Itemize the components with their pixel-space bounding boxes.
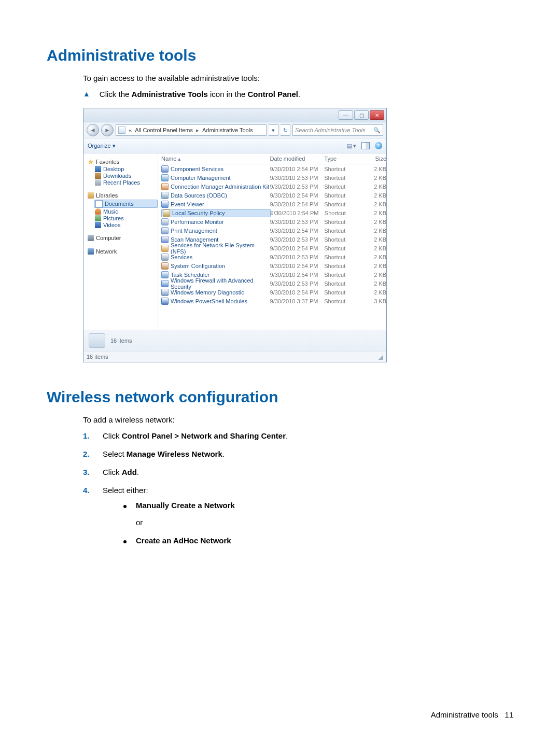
breadcrumb-item[interactable]: All Control Panel Items [135, 127, 193, 133]
file-name[interactable]: Services for Network File System (NFS) [161, 242, 270, 255]
list-item[interactable]: Local Security Policy9/30/2010 2:54 PMSh… [158, 208, 386, 217]
address-dropdown[interactable]: ▾ [269, 124, 278, 136]
pictures-icon [95, 215, 101, 221]
nav-network[interactable]: Network [88, 248, 158, 255]
chevron-right-icon: ▸ [196, 127, 199, 134]
col-name[interactable]: Name ▴ [161, 156, 270, 162]
address-bar: ◄ ► « All Control Panel Items ▸ Administ… [83, 122, 386, 138]
documents-icon [95, 200, 103, 207]
explorer-window: — ▢ ✕ ◄ ► « All Control Panel Items ▸ Ad… [83, 108, 387, 362]
list-item[interactable]: Computer Management9/30/2010 2:53 PMShor… [158, 173, 386, 182]
status-text: 16 items [87, 354, 108, 360]
or-text: or [136, 518, 235, 527]
minimize-button[interactable]: — [339, 110, 353, 120]
file-type: Shortcut [324, 192, 360, 199]
breadcrumb[interactable]: « All Control Panel Items ▸ Administrati… [116, 124, 267, 136]
file-date: 9/30/2010 2:54 PM [270, 201, 325, 207]
step-4: Select either: Manually Create a Network… [103, 486, 235, 554]
list-item[interactable]: Performance Monitor9/30/2010 2:53 PMShor… [158, 217, 386, 226]
nav-videos[interactable]: Videos [95, 222, 158, 228]
file-type: Shortcut [324, 201, 360, 207]
file-name[interactable]: Connection Manager Administration Kit [161, 183, 270, 190]
admin-instruction: Click the Administrative Tools icon in t… [100, 90, 300, 99]
forward-button[interactable]: ► [101, 124, 114, 136]
command-bar: Organize ▾ ▤▾ ? [83, 138, 386, 153]
file-name[interactable]: Local Security Policy [161, 209, 271, 217]
file-name[interactable]: Data Sources (ODBC) [161, 192, 270, 199]
file-type: Shortcut [324, 236, 360, 243]
list-item[interactable]: Windows Firewall with Advanced Security9… [158, 279, 386, 288]
nav-libraries[interactable]: Libraries [88, 192, 158, 199]
file-type: Shortcut [324, 219, 360, 225]
col-date[interactable]: Date modified [270, 156, 325, 162]
step-number: 3. [83, 468, 93, 476]
maximize-button[interactable]: ▢ [354, 110, 369, 120]
option-manually-create: Manually Create a Network [136, 501, 235, 510]
search-input[interactable]: Search Administrative Tools 🔍 [292, 124, 383, 136]
nav-downloads[interactable]: Downloads [95, 173, 158, 179]
list-item[interactable]: Connection Manager Administration Kit9/3… [158, 182, 386, 191]
resize-grip-icon[interactable] [377, 354, 383, 360]
nav-recent-places[interactable]: Recent Places [95, 179, 158, 186]
file-name[interactable]: Windows PowerShell Modules [161, 298, 270, 305]
file-date: 9/30/2010 2:53 PM [270, 280, 325, 287]
file-type: Shortcut [325, 210, 361, 216]
search-icon: 🔍 [373, 127, 381, 134]
file-name[interactable]: Windows Memory Diagnostic [161, 289, 270, 296]
refresh-button[interactable]: ↻ [281, 124, 290, 136]
file-size: 2 KB [360, 289, 386, 296]
preview-pane-button[interactable] [361, 142, 370, 149]
list-item[interactable]: Event Viewer9/30/2010 2:54 PMShortcut2 K… [158, 200, 386, 208]
breadcrumb-overflow[interactable]: « [129, 127, 132, 133]
file-name[interactable]: Performance Monitor [161, 218, 270, 226]
list-item[interactable]: Print Management9/30/2010 2:54 PMShortcu… [158, 226, 386, 235]
nav-computer[interactable]: Computer [88, 235, 158, 241]
nav-music[interactable]: Music [95, 208, 158, 215]
window-titlebar: — ▢ ✕ [83, 108, 386, 122]
list-item[interactable]: Windows PowerShell Modules9/30/2010 3:37… [158, 297, 386, 305]
list-item[interactable]: System Configuration9/30/2010 2:54 PMSho… [158, 261, 386, 270]
list-item[interactable]: Services9/30/2010 2:53 PMShortcut2 KB [158, 252, 386, 261]
step-number: 4. [83, 486, 93, 554]
heading-admin-tools: Administrative tools [47, 47, 513, 64]
file-name[interactable]: Print Management [161, 227, 270, 234]
organize-menu[interactable]: Organize ▾ [88, 143, 116, 149]
file-name[interactable]: Computer Management [161, 174, 270, 181]
wireless-intro: To add a wireless network: [83, 415, 513, 424]
nav-desktop[interactable]: Desktop [95, 166, 158, 172]
nav-pictures[interactable]: Pictures [95, 215, 158, 221]
file-type: Shortcut [324, 289, 360, 296]
column-headers[interactable]: Name ▴ Date modified Type Size [158, 153, 386, 164]
list-item[interactable]: Data Sources (ODBC)9/30/2010 2:54 PMShor… [158, 191, 386, 200]
details-text: 16 items [110, 338, 132, 344]
file-type: Shortcut [324, 245, 360, 251]
back-button[interactable]: ◄ [87, 124, 99, 136]
file-name[interactable]: System Configuration [161, 262, 270, 270]
close-button[interactable]: ✕ [370, 110, 384, 120]
nav-documents[interactable]: Documents [94, 200, 158, 208]
view-options[interactable]: ▤▾ [347, 143, 356, 149]
music-icon [95, 208, 101, 215]
file-size: 2 KB [360, 219, 386, 225]
file-size: 2 KB [360, 210, 386, 216]
file-size: 2 KB [360, 228, 386, 234]
shortcut-icon [161, 218, 169, 226]
computer-icon [88, 235, 94, 241]
file-name[interactable]: Windows Firewall with Advanced Security [161, 277, 270, 290]
file-date: 9/30/2010 2:54 PM [270, 192, 325, 199]
nav-favorites[interactable]: Favorites [88, 159, 158, 165]
file-name[interactable]: Event Viewer [161, 201, 270, 208]
file-date: 9/30/2010 2:53 PM [270, 254, 325, 260]
col-type[interactable]: Type [324, 156, 360, 162]
list-item[interactable]: Windows Memory Diagnostic9/30/2010 2:54 … [158, 288, 386, 297]
list-item[interactable]: Component Services9/30/2010 2:54 PMShort… [158, 164, 386, 173]
list-item[interactable]: Services for Network File System (NFS)9/… [158, 244, 386, 252]
file-size: 2 KB [360, 166, 386, 172]
breadcrumb-item[interactable]: Administrative Tools [202, 127, 253, 133]
file-date: 9/30/2010 2:54 PM [270, 228, 325, 234]
col-size[interactable]: Size [360, 156, 386, 162]
details-pane: 16 items [83, 330, 386, 351]
help-icon[interactable]: ? [375, 142, 382, 149]
file-name[interactable]: Services [161, 254, 270, 261]
file-name[interactable]: Component Services [161, 165, 270, 173]
